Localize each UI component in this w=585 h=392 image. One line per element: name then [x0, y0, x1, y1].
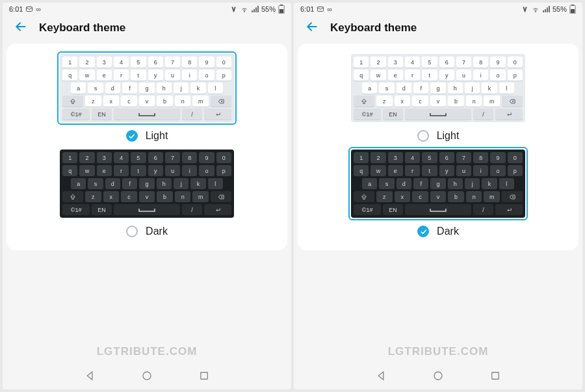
key: 1	[62, 57, 77, 68]
key: k	[482, 178, 497, 189]
backspace-icon	[508, 98, 516, 105]
nav-back-button[interactable]	[84, 370, 96, 384]
radio-button[interactable]	[126, 130, 138, 142]
volte-icon	[522, 6, 529, 13]
key: 0	[216, 152, 231, 163]
key: b	[448, 191, 464, 202]
key: m	[192, 96, 209, 107]
keyboard-row: asdfghjkl	[354, 178, 523, 189]
space-key	[405, 204, 472, 215]
key: m	[484, 191, 500, 202]
keyboard-row: ©1#EN/	[354, 109, 523, 120]
svg-rect-11	[201, 372, 208, 380]
battery-icon	[569, 5, 576, 14]
key: g	[139, 178, 154, 189]
key: r	[405, 70, 420, 81]
nav-recents-button[interactable]	[489, 370, 501, 384]
key: q	[62, 70, 77, 81]
language-key: EN	[92, 204, 111, 215]
key: f	[413, 83, 428, 94]
key: k	[482, 83, 497, 94]
keyboard-preview-light: 1234567890qwertyuiopasdfghjklzxcvbnm©1#E…	[351, 54, 525, 122]
key: y	[439, 165, 454, 176]
theme-radio-row-dark[interactable]: Dark	[126, 226, 168, 237]
key: g	[430, 83, 445, 94]
key: p	[216, 70, 231, 81]
nav-home-button[interactable]	[141, 370, 153, 384]
key: o	[490, 70, 505, 81]
key: o	[490, 165, 505, 176]
key: j	[174, 178, 188, 189]
key: s	[379, 178, 394, 189]
theme-option-light[interactable]: 1234567890qwertyuiopasdfghjklzxcvbnm©1#E…	[313, 51, 563, 142]
key: h	[157, 178, 172, 189]
keyboard-preview-light: 1234567890qwertyuiopasdfghjklzxcvbnm©1#E…	[60, 54, 234, 122]
key: b	[157, 96, 173, 107]
theme-radio-row-light[interactable]: Light	[417, 130, 460, 142]
key: u	[456, 165, 471, 176]
enter-icon	[505, 207, 513, 213]
theme-label: Dark	[437, 226, 459, 237]
keyboard-row: zxcvbnm	[62, 96, 231, 107]
key: h	[157, 83, 172, 94]
key: z	[376, 96, 393, 107]
key: p	[216, 165, 231, 176]
key: j	[465, 178, 480, 189]
message-icon	[25, 5, 33, 13]
triangle-left-icon	[84, 370, 96, 382]
key: i	[473, 70, 488, 81]
key: 9	[490, 152, 505, 163]
key: 2	[79, 57, 94, 68]
keyboard-row: qwertyuiop	[354, 165, 523, 176]
key: o	[199, 70, 214, 81]
radio-button[interactable]	[417, 226, 429, 237]
enter-key	[495, 109, 523, 120]
language-key: EN	[383, 204, 402, 215]
page-title: Keyboard theme	[330, 21, 417, 34]
radio-button[interactable]	[417, 130, 429, 142]
svg-rect-16	[571, 9, 575, 13]
theme-option-dark[interactable]: 1234567890qwertyuiopasdfghjklzxcvbnm©1#E…	[22, 147, 272, 237]
key: t	[422, 165, 437, 176]
key: d	[396, 83, 411, 94]
language-key: EN	[383, 109, 402, 120]
key: i	[182, 165, 197, 176]
nav-back-button[interactable]	[375, 370, 387, 384]
page-header: Keyboard theme	[3, 15, 291, 44]
key: n	[466, 191, 482, 202]
slash-key: /	[182, 204, 202, 215]
key: u	[165, 70, 180, 81]
key: 4	[405, 152, 420, 163]
slash-key: /	[473, 204, 493, 215]
shift-key	[62, 191, 83, 202]
key: 0	[508, 57, 523, 68]
keyboard-preview-wrap: 1234567890qwertyuiopasdfghjklzxcvbnm©1#E…	[57, 51, 237, 125]
key: 2	[79, 152, 94, 163]
keyboard-row: ©1#EN/	[62, 109, 231, 120]
keyboard-row: zxcvbnm	[62, 191, 231, 202]
keyboard-row: 1234567890	[62, 57, 231, 68]
language-key: EN	[92, 109, 111, 120]
key: g	[430, 178, 445, 189]
back-button[interactable]	[14, 20, 27, 36]
keyboard-row: 1234567890	[62, 152, 231, 163]
key: q	[354, 70, 369, 81]
keyboard-row: zxcvbnm	[354, 96, 523, 107]
symbols-key: ©1#	[354, 204, 381, 215]
key: 5	[422, 152, 437, 163]
key: h	[448, 178, 463, 189]
backspace-icon	[217, 98, 225, 105]
nav-home-button[interactable]	[432, 370, 444, 384]
back-button[interactable]	[306, 20, 318, 36]
space-icon	[138, 112, 156, 117]
wifi-icon	[532, 5, 540, 13]
theme-radio-row-light[interactable]: Light	[126, 130, 168, 142]
keyboard-row: asdfghjkl	[354, 83, 523, 94]
theme-option-light[interactable]: 1234567890qwertyuiopasdfghjklzxcvbnm©1#E…	[22, 51, 272, 142]
radio-button[interactable]	[126, 226, 138, 237]
key: q	[354, 165, 369, 176]
nav-recents-button[interactable]	[198, 370, 210, 384]
theme-radio-row-dark[interactable]: Dark	[417, 226, 459, 237]
key: m	[484, 96, 500, 107]
theme-option-dark[interactable]: 1234567890qwertyuiopasdfghjklzxcvbnm©1#E…	[313, 147, 563, 237]
